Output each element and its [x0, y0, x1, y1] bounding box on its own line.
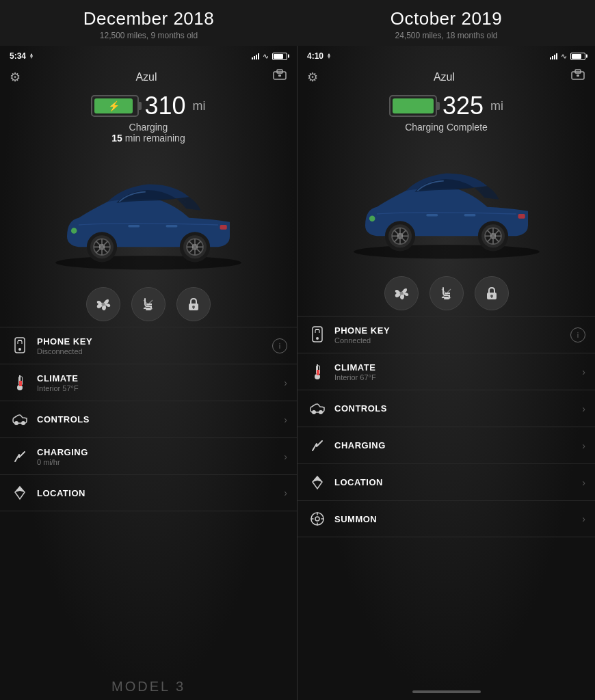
- svg-point-89: [315, 517, 319, 521]
- december-subtitle: 12,500 miles, 9 months old: [0, 31, 298, 40]
- menu-summon-oct[interactable]: SUMMON ›: [298, 500, 595, 537]
- lock-button-oct[interactable]: [475, 276, 509, 310]
- charging-status-oct: Charging Complete: [405, 122, 488, 133]
- charge-line1-dec: Charging: [111, 122, 185, 133]
- location-icon-oct: [326, 53, 332, 59]
- trunk-icon-oct[interactable]: [570, 68, 585, 86]
- summon-title-oct: SUMMON: [334, 514, 582, 524]
- car-header-dec: ⚙ Azul: [0, 65, 297, 89]
- charging-text-oct: CHARGING: [334, 440, 582, 450]
- svg-rect-39: [19, 381, 22, 386]
- battery-fill-oct: [572, 54, 581, 59]
- climate-icon-dec: [10, 374, 30, 392]
- battery-bar-dec: ⚡: [91, 95, 139, 117]
- phone-key-title-oct: PHONE KEY: [334, 325, 570, 336]
- panels-container: 5:34 ∿ ⚙ Azul: [0, 46, 595, 700]
- charging-title-oct: CHARGING: [334, 440, 582, 450]
- fan-button-dec[interactable]: [86, 287, 120, 321]
- status-time-oct: 4:10: [307, 51, 332, 61]
- svg-rect-4: [278, 75, 281, 77]
- climate-title-dec: CLIMATE: [37, 373, 284, 383]
- svg-rect-67: [518, 214, 525, 219]
- menu-controls-oct[interactable]: CONTROLS ›: [298, 390, 595, 427]
- controls-icon-oct: [307, 403, 328, 415]
- menu-location-oct[interactable]: LOCATION ›: [298, 463, 595, 500]
- summon-text-oct: SUMMON: [334, 514, 582, 524]
- climate-title-oct: CLIMATE: [334, 362, 582, 373]
- panel-october: 4:10 ∿ ⚙ Azul: [298, 46, 595, 700]
- location-title-dec: LOCATION: [37, 488, 284, 498]
- battery-section-dec: ⚡ 310mi Charging 15 min remaining: [0, 89, 297, 145]
- seat-button-dec[interactable]: [131, 287, 166, 321]
- status-bar-dec: 5:34 ∿: [0, 46, 297, 65]
- lock-button-dec[interactable]: [176, 287, 211, 321]
- trunk-icon-dec[interactable]: [272, 68, 287, 86]
- charging-arrow-oct: ›: [582, 440, 585, 451]
- menu-climate-dec[interactable]: CLIMATE Interior 57°F ›: [0, 364, 297, 401]
- footer-oct: [298, 684, 595, 700]
- car-image-dec: [0, 145, 297, 282]
- svg-rect-69: [464, 214, 475, 216]
- battery-fill-bar-oct: [393, 98, 434, 113]
- menu-phone-key-dec[interactable]: PHONE KEY Disconnected i: [0, 327, 297, 364]
- december-title: December 2018: [0, 8, 298, 29]
- svg-point-84: [312, 410, 316, 414]
- location-text-oct: LOCATION: [334, 477, 582, 487]
- phone-key-text-dec: PHONE KEY Disconnected: [37, 336, 272, 355]
- svg-point-85: [319, 410, 323, 414]
- svg-marker-1: [30, 55, 33, 59]
- car-name-oct: Azul: [434, 71, 455, 83]
- settings-icon-dec[interactable]: ⚙: [10, 70, 21, 85]
- battery-section-oct: 325mi Charging Complete: [298, 89, 595, 134]
- fan-button-oct[interactable]: [384, 276, 419, 310]
- svg-point-5: [55, 256, 241, 269]
- range-unit-oct: mi: [490, 99, 503, 113]
- charging-subtitle-dec: 0 mi/hr: [37, 458, 284, 466]
- phone-key-title-dec: PHONE KEY: [37, 336, 272, 347]
- model3-text-dec: MODEL 3: [111, 679, 185, 695]
- home-indicator: [412, 690, 481, 693]
- svg-point-49: [354, 245, 540, 258]
- controls-arrow-dec: ›: [284, 414, 287, 425]
- climate-text-dec: CLIMATE Interior 57°F: [37, 373, 284, 392]
- phone-key-info-dec: i: [272, 338, 287, 353]
- settings-icon-oct[interactable]: ⚙: [307, 70, 318, 85]
- phone-key-subtitle-oct: Connected: [334, 336, 570, 345]
- charging-arrow-dec: ›: [284, 451, 287, 462]
- menu-climate-oct[interactable]: CLIMATE Interior 67°F ›: [298, 353, 595, 390]
- charging-status-dec: Charging 15 min remaining: [111, 122, 185, 144]
- car-svg-dec: [32, 155, 265, 271]
- svg-point-79: [316, 337, 319, 340]
- menu-charging-oct[interactable]: CHARGING ›: [298, 427, 595, 463]
- location-arrow-dec: ›: [284, 487, 287, 498]
- svg-marker-43: [15, 487, 25, 492]
- wifi-icon-oct: ∿: [561, 52, 567, 61]
- charging-text-dec: CHARGING 0 mi/hr: [37, 447, 284, 466]
- menu-list-oct: PHONE KEY Connected i CLIMATE: [298, 316, 595, 684]
- battery-status-dec: [272, 53, 287, 60]
- location-icon-dec: [28, 53, 35, 59]
- bolt-icon-dec: ⚡: [108, 100, 120, 111]
- menu-charging-dec[interactable]: CHARGING 0 mi/hr ›: [0, 438, 297, 474]
- svg-rect-83: [317, 370, 319, 375]
- location-title-oct: LOCATION: [334, 477, 582, 487]
- charging-title-dec: CHARGING: [37, 447, 284, 457]
- menu-controls-dec[interactable]: CONTROLS ›: [0, 401, 297, 438]
- phone-key-subtitle-dec: Disconnected: [37, 347, 272, 355]
- control-buttons-dec: [0, 282, 297, 327]
- top-header: December 2018 12,500 miles, 9 months old…: [0, 0, 595, 46]
- battery-range-dec: ⚡ 310mi: [91, 92, 205, 120]
- menu-location-dec[interactable]: LOCATION ›: [0, 474, 297, 511]
- charging-icon-dec: [10, 449, 30, 464]
- climate-subtitle-oct: Interior 67°F: [334, 373, 582, 381]
- svg-point-41: [21, 421, 25, 425]
- seat-button-oct[interactable]: [429, 276, 464, 310]
- svg-rect-68: [426, 214, 438, 216]
- summon-icon-oct: [307, 511, 328, 527]
- battery-fill-dec: [274, 54, 283, 59]
- car-header-oct: ⚙ Azul: [298, 65, 595, 89]
- menu-phone-key-oct[interactable]: PHONE KEY Connected i: [298, 316, 595, 353]
- svg-point-70: [399, 292, 403, 295]
- car-svg-oct: [330, 144, 563, 260]
- controls-text-oct: CONTROLS: [334, 403, 582, 414]
